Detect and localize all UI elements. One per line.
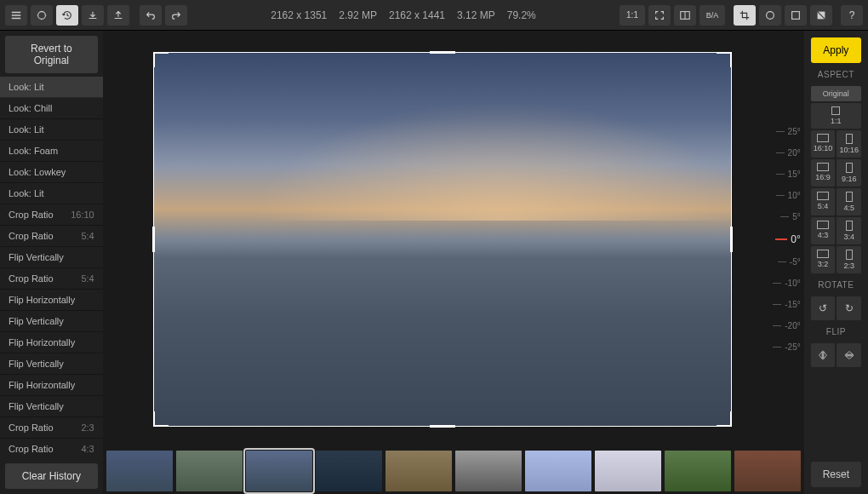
rotate-cw-icon[interactable]: ↻ (837, 296, 861, 320)
aspect-shape-icon (817, 221, 829, 229)
aspect-button[interactable]: 10:16 (837, 130, 861, 158)
crop-handle-bl[interactable] (153, 411, 168, 427)
history-item[interactable]: Crop Ratio2:3 (0, 417, 103, 439)
flip-horizontal-icon[interactable] (811, 343, 836, 367)
aspect-shape-icon (846, 192, 853, 202)
reset-button[interactable]: Reset (811, 462, 861, 487)
angle-tick[interactable]: -10° (773, 279, 800, 288)
history-item-label: Crop Ratio (9, 422, 54, 433)
rotate-angle-scale[interactable]: 25°20°15°10°5°0°-5°-10°-15°-20°-25° (773, 127, 800, 352)
clear-history-button[interactable]: Clear History (5, 463, 98, 489)
history-item[interactable]: Flip Horizontally (0, 332, 103, 353)
thumbnail[interactable] (385, 451, 452, 491)
history-item[interactable]: Look: Lit (0, 77, 103, 98)
zoom-actual-button[interactable]: 1:1 (620, 5, 645, 26)
crop-handle-right[interactable] (730, 227, 733, 252)
aspect-button[interactable]: 1:1 (811, 103, 861, 129)
aspect-button[interactable]: 2:3 (837, 246, 861, 273)
apply-button[interactable]: Apply (811, 37, 861, 63)
rotate-ccw-icon[interactable]: ↺ (811, 296, 836, 320)
thumbnail[interactable] (246, 451, 312, 491)
thumbnail[interactable] (595, 451, 661, 491)
history-item[interactable]: Crop Ratio4:3 (0, 439, 103, 458)
share-icon[interactable] (107, 5, 129, 26)
thumbnail[interactable] (316, 451, 382, 491)
angle-tick[interactable]: -5° (778, 257, 801, 267)
thumbnail[interactable] (106, 451, 173, 491)
aspect-button[interactable]: 9:16 (837, 159, 861, 187)
fullscreen-icon[interactable] (648, 5, 671, 26)
history-item-value: 5:4 (81, 273, 94, 284)
aspect-shape-icon (846, 134, 853, 144)
before-after-button[interactable]: B/A (700, 5, 725, 26)
history-item[interactable]: Flip Horizontally (0, 375, 103, 396)
crop-handle-left[interactable] (152, 227, 155, 252)
aspect-button[interactable]: 3:4 (837, 217, 861, 244)
crop-handle-tr[interactable] (717, 52, 732, 67)
mask-tool-icon[interactable] (810, 5, 832, 26)
angle-tick[interactable]: 5° (780, 212, 801, 221)
thumbnail[interactable] (734, 451, 801, 491)
help-icon[interactable]: ? (841, 5, 863, 26)
angle-tick[interactable]: 20° (776, 148, 801, 158)
crop-handle-top[interactable] (430, 51, 455, 54)
history-item[interactable]: Crop Ratio5:4 (0, 268, 103, 290)
history-item[interactable]: Flip Vertically (0, 353, 103, 375)
thumbnail[interactable] (176, 451, 243, 491)
history-item[interactable]: Flip Vertically (0, 396, 103, 417)
history-item[interactable]: Crop Ratio16:10 (0, 204, 103, 226)
history-item[interactable]: Look: Chill (0, 98, 103, 119)
angle-tick[interactable]: 15° (776, 169, 801, 179)
compare-split-icon[interactable] (674, 5, 696, 26)
angle-tick[interactable]: -15° (773, 300, 800, 309)
angle-tick[interactable]: 10° (776, 191, 801, 200)
history-item[interactable]: Look: Foam (0, 141, 103, 162)
aspect-button[interactable]: 16:10 (811, 130, 836, 158)
aspect-button-label: 3:4 (843, 233, 854, 241)
thumbnail[interactable] (455, 451, 522, 491)
angle-tick[interactable]: 0° (775, 233, 800, 245)
history-item[interactable]: Look: Lit (0, 183, 103, 204)
crop-handle-br[interactable] (717, 411, 732, 427)
history-item[interactable]: Crop Ratio5:4 (0, 226, 103, 247)
aspect-button-label: 16:10 (814, 144, 833, 152)
history-item[interactable]: Flip Vertically (0, 311, 103, 332)
aspect-button[interactable]: 4:5 (837, 188, 861, 215)
aspect-button[interactable]: 16:9 (811, 159, 836, 187)
circle-tool-icon[interactable] (759, 5, 781, 26)
download-icon[interactable] (82, 5, 104, 26)
crop-tool-icon[interactable] (734, 5, 756, 26)
aspect-button[interactable]: Original (811, 86, 861, 101)
menu-icon[interactable] (5, 5, 27, 26)
adjust-icon[interactable] (31, 5, 53, 26)
history-item-label: Flip Horizontally (9, 295, 75, 305)
history-item-value: 4:3 (81, 444, 94, 454)
history-item[interactable]: Look: Lowkey (0, 162, 103, 183)
history-item[interactable]: Flip Horizontally (0, 290, 103, 311)
history-item-label: Crop Ratio (9, 210, 54, 220)
aspect-button[interactable]: 4:3 (811, 217, 836, 244)
history-item[interactable]: Flip Vertically (0, 247, 103, 268)
aspect-button[interactable]: 3:2 (811, 246, 836, 273)
history-item-label: Look: Lowkey (9, 167, 66, 177)
aspect-button-label: 9:16 (842, 175, 857, 183)
crop-handle-tl[interactable] (153, 52, 168, 67)
history-sidebar: Revert to Original Look: LitLook: ChillL… (0, 31, 103, 494)
revert-button[interactable]: Revert to Original (5, 36, 98, 73)
image-preview[interactable] (153, 52, 732, 427)
angle-tick[interactable]: -20° (773, 321, 800, 330)
crop-handle-bottom[interactable] (430, 425, 455, 428)
history-item-label: Look: Lit (9, 124, 44, 135)
history-icon[interactable] (56, 5, 78, 26)
redo-icon[interactable] (165, 5, 187, 26)
flip-vertical-icon[interactable] (837, 343, 861, 367)
aspect-button[interactable]: 5:4 (811, 188, 836, 215)
thumbnail[interactable] (525, 451, 591, 491)
thumbnail[interactable] (665, 451, 731, 491)
angle-tick[interactable]: -25° (773, 342, 800, 352)
square-tool-icon[interactable] (785, 5, 807, 26)
history-item[interactable]: Look: Lit (0, 119, 103, 141)
angle-tick[interactable]: 25° (776, 127, 801, 136)
undo-icon[interactable] (140, 5, 162, 26)
history-item-value: 16:10 (71, 210, 94, 220)
